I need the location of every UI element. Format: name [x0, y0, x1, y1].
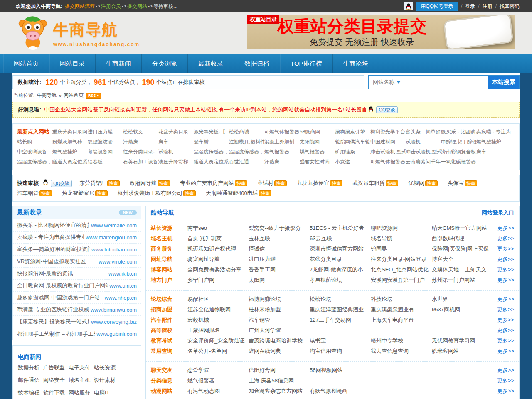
- site-link[interactable]: 铝卷板: [88, 158, 123, 165]
- site-name-link[interactable]: 富头条—简单好用的财富投资门户: [17, 246, 90, 253]
- site-link[interactable]: 博客大全: [432, 256, 492, 263]
- more-link[interactable]: 更多>>: [497, 377, 514, 384]
- site-link[interactable]: 微买乐 - 比团购: [441, 128, 476, 135]
- site-link[interactable]: 易配社区: [187, 296, 248, 303]
- site-link[interactable]: 液压升降货梯: [158, 158, 194, 165]
- site-link[interactable]: 中国建材网: [370, 138, 406, 145]
- site-link[interactable]: 进口压力罐: [88, 128, 123, 135]
- site-logo[interactable]: 牛商导航 www.niushangdaohang.com: [16, 15, 140, 52]
- fast-review-badge[interactable]: 快审: [259, 190, 271, 196]
- site-link[interactable]: 苏州第一门户网站: [432, 276, 492, 284]
- site-name-link[interactable]: 都江堰手工艺制作 – 都江堰手工艺: [17, 330, 95, 338]
- site-link[interactable]: 激光导光板-【: [194, 128, 229, 135]
- category-label[interactable]: 汽车配件: [151, 316, 187, 324]
- site-link[interactable]: 九块九捡便宜: [297, 180, 329, 186]
- category-link[interactable]: 电脑IT: [94, 387, 110, 399]
- category-label[interactable]: 网址导航: [151, 256, 187, 263]
- category-label[interactable]: 商务服务: [151, 245, 187, 253]
- site-link[interactable]: 童话村: [257, 180, 273, 186]
- site-link[interactable]: 优视网: [408, 180, 424, 186]
- site-link[interactable]: 知音漫客杂志官方网站: [249, 387, 309, 395]
- site-link[interactable]: iPc.me 与你分享: [249, 398, 309, 399]
- site-link[interactable]: 重庆分类目录网: [52, 128, 88, 135]
- site-link[interactable]: 文学楼手机阅读: [310, 398, 370, 399]
- site-link[interactable]: 往来分类目录-: [123, 148, 158, 155]
- category-label[interactable]: 聊天交友: [151, 367, 187, 374]
- site-link[interactable]: 政府网导航: [130, 180, 157, 186]
- site-link[interactable]: 花盆分类目录: [310, 256, 370, 263]
- site-link[interactable]: 我去查信息查询: [371, 347, 431, 355]
- nav-item-7[interactable]: TOP排行榜: [280, 54, 333, 73]
- site-link[interactable]: 站长购: [17, 138, 52, 145]
- site-link[interactable]: 温湿度传感器，: [17, 158, 52, 165]
- more-link[interactable]: 更多>>: [497, 387, 514, 395]
- site-link[interactable]: 上海买车电商平台: [371, 316, 431, 324]
- site-link[interactable]: 煤气报警器: [300, 148, 335, 155]
- breadcrumb-current-page[interactable]: 网站首页: [64, 92, 84, 99]
- site-link[interactable]: 恒诚信: [249, 245, 309, 253]
- category-label[interactable]: 动漫网站: [151, 387, 187, 395]
- site-link[interactable]: 济南彩钢复合板: [441, 148, 476, 155]
- more-link[interactable]: 更多>>: [497, 224, 514, 232]
- site-link[interactable]: 燃气壁挂炉: [476, 138, 512, 145]
- site-link[interactable]: 太阳网: [249, 276, 309, 284]
- site-link[interactable]: 51ECS - 云主机爱好者: [310, 224, 370, 232]
- site-name-link[interactable]: 【康宏移民】投资移民一站式服务: [17, 318, 89, 325]
- fast-review-badge[interactable]: 快审: [107, 180, 120, 186]
- fast-review-badge[interactable]: 快审: [235, 180, 247, 186]
- site-link[interactable]: 钨国界: [371, 245, 431, 253]
- nav-item-3[interactable]: 牛商新闻: [96, 54, 142, 73]
- site-link[interactable]: 127二手车交易网: [310, 316, 370, 324]
- site-link[interactable]: 隧道人员定位系: [194, 158, 229, 165]
- category-link[interactable]: 设计素材: [94, 374, 116, 387]
- site-link[interactable]: 北京SEO_北京网站优化: [371, 266, 431, 273]
- category-label[interactable]: 域名主机: [151, 235, 187, 242]
- site-link[interactable]: 云南扁素问千年: [406, 158, 441, 165]
- site-link[interactable]: 矿用链条: [335, 148, 370, 155]
- fast-review-badge[interactable]: 快审: [95, 190, 108, 196]
- site-link[interactable]: 域名导航: [371, 235, 431, 242]
- site-link[interactable]: 玉林互联: [249, 235, 309, 242]
- site-link[interactable]: 9637商机网: [432, 306, 492, 313]
- site-link[interactable]: 头像宝: [448, 180, 464, 186]
- site-url-link[interactable]: www.futoutiao.com: [91, 246, 137, 253]
- site-link[interactable]: 石英石加工设备: [123, 158, 158, 165]
- site-link[interactable]: 松松商城: [229, 128, 264, 135]
- nav-item-1[interactable]: 网站首页: [3, 54, 49, 73]
- site-link[interactable]: 卖疯喽 - 专注为: [476, 128, 512, 135]
- fast-review-badge[interactable]: 快审: [386, 180, 398, 186]
- site-link[interactable]: 7龙虾网-做有深度的小: [310, 266, 370, 273]
- rss-badge[interactable]: RSS: [86, 93, 101, 99]
- category-link[interactable]: 数据分析: [18, 362, 39, 374]
- category-link[interactable]: 技术编程: [18, 387, 39, 399]
- category-link[interactable]: 网络安全: [43, 374, 65, 387]
- qq-chat-button[interactable]: QQ交谈: [376, 106, 397, 113]
- fast-review-badge[interactable]: 快审: [158, 180, 170, 186]
- site-link[interactable]: 恋爱学院: [187, 367, 248, 374]
- nav-item-6[interactable]: 数据归档: [234, 54, 280, 73]
- site-link[interactable]: 文娱体天地 – 上知天文: [432, 266, 492, 273]
- site-link[interactable]: 中空玻璃设备: [17, 148, 52, 155]
- site-name-link[interactable]: VR资源网-中国虚拟现实社区: [17, 258, 97, 265]
- more-link[interactable]: 更多>>: [497, 327, 514, 334]
- site-link[interactable]: 轮胎网供汽车轮: [335, 138, 370, 145]
- site-link[interactable]: 汗蒸房: [264, 158, 300, 165]
- category-section-title[interactable]: 电商新闻: [18, 353, 136, 361]
- fast-review-badge[interactable]: 快审: [274, 180, 287, 186]
- register-link[interactable]: 注册: [483, 3, 493, 10]
- site-link[interactable]: 有妖气原创漫画: [310, 387, 370, 395]
- site-link[interactable]: 天润融通智能400电话: [206, 190, 258, 196]
- recover-password-link[interactable]: 找回密码: [500, 3, 520, 10]
- site-link[interactable]: 必读网: [371, 398, 431, 399]
- category-label[interactable]: 地方门户: [151, 276, 187, 284]
- site-link[interactable]: 燃气报警器: [187, 377, 248, 384]
- site-link[interactable]: 燃气壁挂炉: [52, 148, 88, 155]
- site-link[interactable]: 宏毅机械: [187, 316, 248, 324]
- site-url-link[interactable]: www.bimanwu.com: [91, 307, 137, 313]
- site-link[interactable]: 广州天河学院: [249, 327, 309, 334]
- site-link[interactable]: 冲击试验机,型式: [370, 148, 406, 155]
- login-link[interactable]: 登录: [465, 3, 475, 10]
- site-link[interactable]: 东莞货架厂: [79, 180, 106, 186]
- site-link[interactable]: 水世界: [432, 296, 492, 303]
- site-link[interactable]: 有污气动态图: [187, 387, 248, 395]
